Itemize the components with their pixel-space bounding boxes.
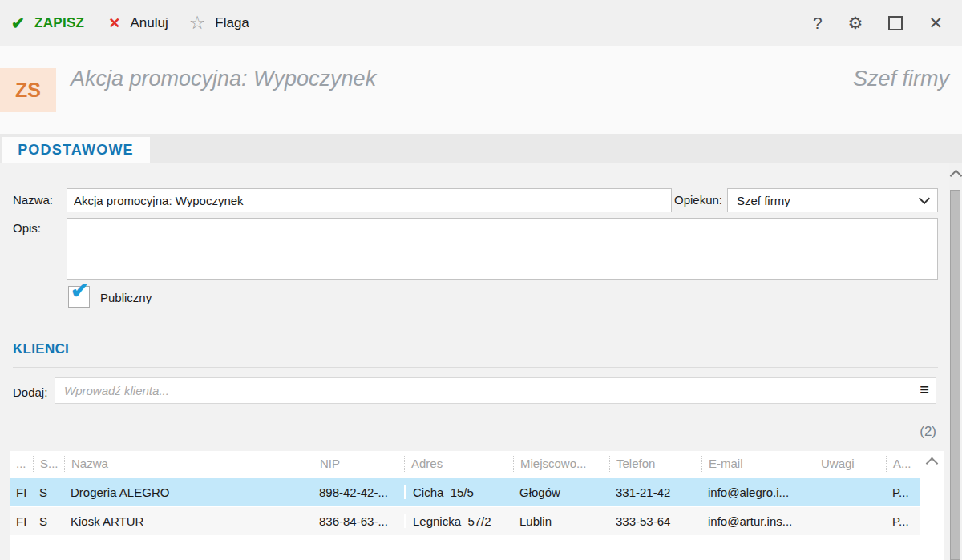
add-client-input[interactable]: [55, 377, 936, 404]
name-input[interactable]: [67, 188, 672, 212]
flag-button-label: Flaga: [215, 15, 249, 31]
column-header-a[interactable]: A...: [886, 456, 920, 472]
caretaker-label: Opiekun:: [674, 193, 722, 207]
cell-nazwa: Kiosk ARTUR: [64, 514, 313, 528]
close-icon[interactable]: ✕: [928, 14, 943, 31]
clients-count-badge: (2): [834, 424, 936, 440]
description-textarea[interactable]: [67, 218, 938, 280]
column-header-email[interactable]: E-mail: [701, 456, 814, 472]
app-window: ✔ ZAPISZ ✕ Anuluj ☆ Flaga ? ⚙ ✕ ZS Akcja…: [0, 0, 962, 560]
cancel-button[interactable]: ✕ Anuluj: [108, 14, 168, 32]
column-header-miejscowosc[interactable]: Miejscowo...: [513, 456, 609, 472]
tab-strip: PODSTAWOWE: [0, 134, 962, 163]
column-header-nazwa[interactable]: Nazwa: [64, 456, 313, 472]
cell-nip: 836-84-63-...: [313, 514, 404, 528]
section-divider: [13, 367, 938, 368]
caretaker-select[interactable]: Szef firmy: [727, 188, 938, 212]
chevron-up-icon: [926, 457, 939, 470]
page-title: Akcja promocyjna: Wypoczynek: [71, 66, 376, 91]
cancel-button-label: Anuluj: [130, 15, 168, 31]
window-controls: ? ⚙ ✕: [813, 14, 943, 31]
description-label: Opis:: [13, 221, 41, 235]
column-header-adres[interactable]: Adres: [404, 456, 513, 472]
chevron-down-icon: [919, 193, 930, 204]
cell-a: P...: [886, 485, 920, 499]
cell-email: info@artur.ins...: [701, 514, 814, 528]
cell-miejscowosc: Lublin: [513, 514, 609, 528]
x-icon: ✕: [108, 14, 120, 32]
maximize-icon[interactable]: [888, 16, 903, 30]
table-row[interactable]: FI S Kiosk ARTUR 836-84-63-... Legnicka …: [10, 507, 944, 535]
avatar: ZS: [0, 68, 56, 112]
check-icon: ✔: [11, 14, 25, 33]
cell-adres: Legnicka 57/2: [404, 514, 513, 528]
cell-adres: Cicha 15/5: [404, 485, 513, 499]
cell-telefon: 333-53-64: [609, 514, 701, 528]
tab-podstawowe[interactable]: PODSTAWOWE: [2, 137, 150, 163]
column-header-uwagi[interactable]: Uwagi: [814, 456, 886, 472]
name-label: Nazwa:: [13, 193, 53, 207]
cell-miejscowosc: Głogów: [513, 485, 609, 499]
table-scrollbar[interactable]: [920, 451, 944, 560]
help-icon[interactable]: ?: [813, 14, 823, 31]
table-header-row: ... S... Nazwa NIP Adres Miejscowo... Te…: [10, 451, 944, 476]
cell-indicator: FI: [10, 514, 33, 528]
column-header-telefon[interactable]: Telefon: [609, 456, 701, 472]
gear-icon[interactable]: ⚙: [848, 14, 863, 31]
public-checkbox[interactable]: ✔: [68, 286, 90, 308]
cell-email: info@alegro.i...: [701, 485, 814, 499]
cell-nazwa: Drogeria ALEGRO: [64, 485, 313, 499]
clients-section-title: KLIENCI: [13, 341, 69, 357]
flag-button[interactable]: ☆ Flaga: [189, 12, 249, 34]
save-button-label: ZAPISZ: [34, 15, 84, 31]
cell-indicator: FI: [10, 485, 33, 499]
scrollbar-thumb[interactable]: [950, 190, 960, 560]
cell-status: S: [33, 514, 64, 528]
column-header-nip[interactable]: NIP: [313, 456, 404, 472]
menu-icon[interactable]: ≡: [920, 381, 929, 399]
add-client-label: Dodaj:: [13, 385, 47, 399]
column-header-indicator[interactable]: ...: [10, 456, 33, 472]
cell-status: S: [33, 485, 64, 499]
cell-telefon: 331-21-42: [609, 485, 701, 499]
caretaker-selected-value: Szef firmy: [737, 194, 790, 207]
toolbar: ✔ ZAPISZ ✕ Anuluj ☆ Flaga ? ⚙ ✕: [0, 0, 962, 46]
clients-table: ... S... Nazwa NIP Adres Miejscowo... Te…: [10, 451, 944, 560]
table-row[interactable]: FI S Drogeria ALEGRO 898-42-42-... Cicha…: [10, 478, 944, 506]
cell-nip: 898-42-42-...: [313, 485, 404, 499]
checkbox-check-icon: ✔: [71, 280, 89, 302]
cell-a: P...: [886, 514, 920, 528]
public-checkbox-label: Publiczny: [100, 291, 152, 304]
star-icon: ☆: [189, 12, 206, 34]
record-header: ZS Akcja promocyjna: Wypoczynek Szef fir…: [0, 46, 962, 135]
chevron-up-icon: [950, 170, 962, 183]
save-button[interactable]: ✔ ZAPISZ: [11, 14, 84, 33]
owner-label: Szef firmy: [853, 66, 949, 91]
add-client-field: ≡: [55, 377, 936, 404]
vertical-scrollbar[interactable]: [949, 163, 962, 560]
column-header-status[interactable]: S...: [33, 456, 64, 472]
